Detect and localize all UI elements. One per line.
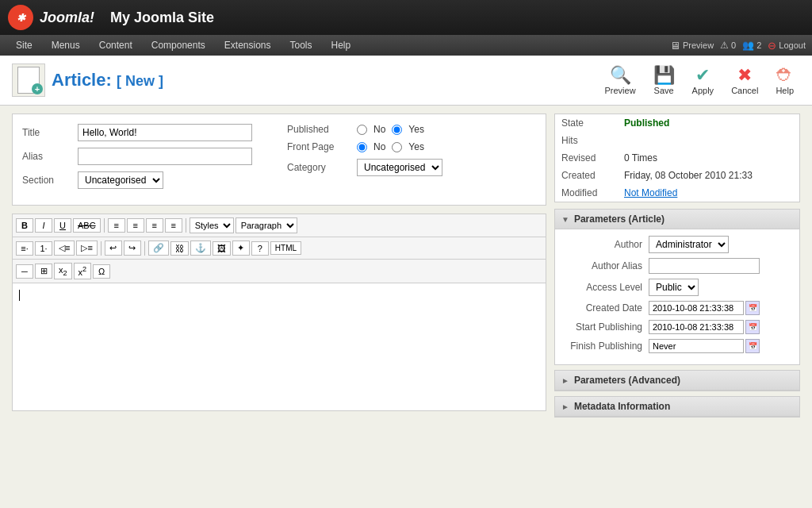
nav-tools[interactable]: Tools [281,35,322,56]
ol-button[interactable]: 1· [35,241,52,256]
nav-site[interactable]: Site [6,35,42,56]
info-hits-row: Hits [555,132,799,149]
link-button[interactable]: 🔗 [148,241,169,256]
outdent-button[interactable]: ◁≡ [54,241,75,256]
published-no-radio[interactable] [357,125,367,135]
access-level-row: Access Level Public [561,279,793,296]
unlink-button[interactable]: ⛓ [170,241,189,256]
align-justify-button[interactable]: ≡ [165,218,182,233]
site-title: My Joomla Site [110,10,214,26]
html-button[interactable]: HTML [270,241,301,255]
info-revised-row: Revised 0 Times [555,149,799,167]
nav-help[interactable]: Help [322,35,361,56]
nav-content[interactable]: Content [90,35,142,56]
styles-select[interactable]: Styles [190,217,234,233]
preview-btn-label: Preview [604,86,635,95]
editor-content[interactable] [13,283,546,410]
table-button[interactable]: ⊞ [35,264,52,279]
superscript-button[interactable]: x2 [74,263,92,279]
metadata-title: Metadata Information [574,401,670,412]
anchor-button[interactable]: ⚓ [190,241,211,256]
paragraph-select[interactable]: Paragraph [236,217,297,233]
author-alias-input[interactable] [649,258,760,274]
frontpage-no-radio[interactable] [357,142,367,152]
bold-button[interactable]: B [16,218,33,233]
cancel-icon: ✖ [737,65,752,86]
revised-key: Revised [555,149,618,167]
info-box: State Published Hits Revised 0 Times Cre… [554,114,800,202]
underline-button[interactable]: U [54,218,71,233]
frontpage-yes-radio[interactable] [392,142,402,152]
created-val: Friday, 08 October 2010 21:33 [618,167,799,184]
align-center-button[interactable]: ≡ [127,218,144,233]
save-button[interactable]: 💾 Save [647,62,681,98]
start-publishing-cal-button[interactable]: 📅 [745,320,760,334]
sep4 [144,241,145,256]
hits-key: Hits [555,132,618,149]
save-btn-label: Save [654,86,674,95]
published-yes-label: Yes [408,124,424,135]
preview-button[interactable]: 🔍 Preview [598,62,642,98]
nav-components[interactable]: Components [142,35,215,56]
section-select[interactable]: Uncategorised [78,171,163,189]
content-wrapper: Title Alias Section Uncategorised [12,114,800,422]
created-key: Created [555,167,618,184]
toolbar-buttons: 🔍 Preview 💾 Save ✔ Apply ✖ Cancel ⛑ Help [598,62,800,98]
subscript-button[interactable]: x2 [54,263,72,279]
strikethrough-button[interactable]: ABC [73,218,101,233]
state-val: Published [618,114,799,132]
help-editor-button[interactable]: ? [251,241,269,256]
params-article-header[interactable]: Parameters (Article) [555,210,799,229]
params-advanced-header[interactable]: Parameters (Advanced) [555,371,799,391]
title-input[interactable] [78,124,252,141]
access-level-label: Access Level [561,282,649,293]
alert-item[interactable]: ⚠ 0 [720,40,736,51]
author-select[interactable]: Administrator [649,236,729,253]
help-button[interactable]: ⛑ Help [769,62,800,98]
metadata-header[interactable]: Metadata Information [555,397,799,417]
article-title-area: + Article: [ New ] [12,64,163,97]
state-key: State [555,114,618,132]
published-label: Published [287,124,350,135]
apply-button[interactable]: ✔ Apply [686,62,721,98]
cleanup-button[interactable]: ✦ [232,241,250,256]
modified-val[interactable]: Not Modified [618,184,799,202]
created-date-input[interactable] [649,301,744,315]
hr-button[interactable]: ─ [16,264,33,279]
redo-button[interactable]: ↪ [124,241,141,256]
alias-input[interactable] [78,148,252,165]
apply-btn-label: Apply [692,86,714,95]
indent-button[interactable]: ▷≡ [76,241,97,256]
section-row: Section Uncategorised [22,171,271,189]
user-item[interactable]: 👥 2 [742,40,761,51]
category-select[interactable]: Uncategorised [357,159,442,176]
access-level-select[interactable]: Public [649,279,699,296]
params-advanced-arrow [561,376,569,385]
special-char-button[interactable]: Ω [93,264,110,279]
undo-button[interactable]: ↩ [105,241,122,256]
author-alias-label: Author Alias [561,260,649,271]
align-right-button[interactable]: ≡ [146,218,163,233]
cancel-btn-label: Cancel [731,86,758,95]
nav-menus[interactable]: Menus [42,35,90,56]
image-button[interactable]: 🖼 [213,241,231,256]
toolbar-area: + Article: [ New ] 🔍 Preview 💾 Save ✔ Ap… [0,56,812,106]
ul-button[interactable]: ≡· [16,241,33,256]
start-publishing-input[interactable] [649,320,744,334]
published-yes-radio[interactable] [392,125,402,135]
info-table: State Published Hits Revised 0 Times Cre… [555,114,799,202]
published-no-label: No [373,124,385,135]
italic-button[interactable]: I [35,218,52,233]
logout-item[interactable]: ⊖ Logout [768,40,806,52]
title-label: Title [22,127,78,138]
finish-publishing-cal-button[interactable]: 📅 [745,339,760,353]
nav-extensions[interactable]: Extensions [215,35,281,56]
article-status: [ New ] [117,73,163,89]
sep1 [104,218,105,233]
preview-link[interactable]: 🖥 Preview [670,40,714,52]
finish-publishing-input[interactable] [649,339,744,353]
cancel-button[interactable]: ✖ Cancel [725,62,764,98]
created-date-cal-button[interactable]: 📅 [745,301,760,315]
align-left-button[interactable]: ≡ [108,218,125,233]
author-val: Administrator [649,236,793,253]
